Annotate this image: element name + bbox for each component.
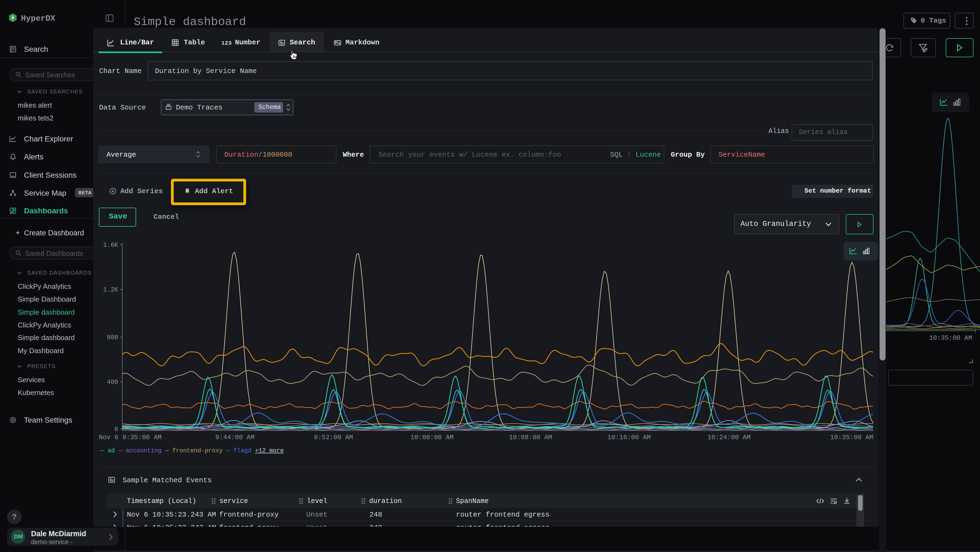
svg-text:0: 0 — [115, 426, 118, 433]
svg-text:Nov 6 9:35:00 AM: Nov 6 9:35:00 AM — [99, 434, 161, 441]
svg-text:1.6K: 1.6K — [103, 242, 118, 249]
svg-text:10:35:00 AM: 10:35:00 AM — [830, 434, 873, 441]
svg-text:400: 400 — [107, 379, 118, 386]
svg-text:9:52:00 AM: 9:52:00 AM — [314, 434, 353, 441]
svg-text:9:44:00 AM: 9:44:00 AM — [215, 434, 255, 441]
svg-text:10:24:00 AM: 10:24:00 AM — [708, 434, 751, 441]
svg-text:800: 800 — [107, 334, 118, 341]
svg-text:10:00:00 AM: 10:00:00 AM — [410, 434, 453, 441]
svg-text:10:08:00 AM: 10:08:00 AM — [509, 434, 552, 441]
svg-text:1.2K: 1.2K — [103, 286, 118, 294]
svg-text:10:16:00 AM: 10:16:00 AM — [608, 434, 651, 441]
